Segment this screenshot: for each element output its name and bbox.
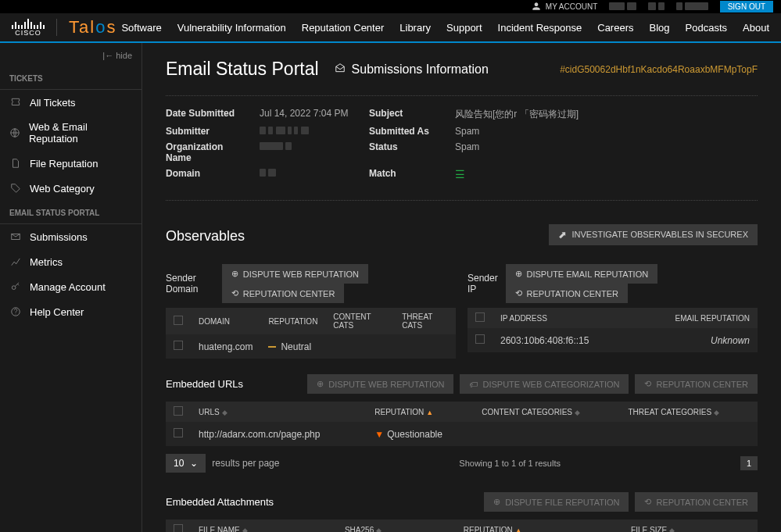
col-header[interactable]: FILE NAME◆ bbox=[191, 520, 337, 532]
sidebar-item-metrics[interactable]: Metrics bbox=[0, 249, 142, 274]
page-size-select[interactable]: 10⌄ bbox=[166, 454, 206, 473]
plus-icon: ⊕ bbox=[231, 269, 238, 279]
sort-icon: ◆ bbox=[222, 409, 227, 416]
sidebar-item-manage-account[interactable]: Manage Account bbox=[0, 274, 142, 299]
col-header[interactable]: FILE SIZE◆ bbox=[623, 520, 758, 532]
col-header[interactable]: REPUTATION▲ bbox=[367, 402, 474, 422]
sender-ip-table: IP ADDRESS EMAIL REPUTATION 2603:10b6:40… bbox=[468, 308, 758, 352]
checkbox[interactable] bbox=[174, 406, 183, 416]
sort-icon: ◆ bbox=[376, 527, 382, 533]
embedded-attachments-table: FILE NAME◆ SHA256◆ REPUTATION▲ FILE SIZE… bbox=[166, 520, 758, 532]
nav-careers[interactable]: Careers bbox=[597, 22, 633, 34]
submission-metadata: Date Submitted Jul 14, 2022 7:04 PM Subj… bbox=[166, 108, 758, 180]
neutral-indicator-icon bbox=[268, 346, 276, 348]
checkbox[interactable] bbox=[174, 316, 183, 325]
col-header[interactable]: THREAT CATEGORIES◆ bbox=[620, 402, 758, 422]
checkbox[interactable] bbox=[475, 334, 485, 344]
sidebar-item-web-category[interactable]: Web Category bbox=[0, 176, 142, 201]
observables-heading: Observables bbox=[166, 228, 245, 245]
rpp-label: results per page bbox=[212, 458, 279, 469]
table-row[interactable]: huateng.com Neutral bbox=[166, 334, 456, 359]
meta-label: Subject bbox=[369, 108, 439, 121]
meta-label: Domain bbox=[166, 168, 244, 180]
checkbox[interactable] bbox=[174, 428, 183, 437]
nav-incident[interactable]: Incident Response bbox=[498, 22, 582, 34]
checkbox[interactable] bbox=[174, 524, 183, 532]
reputation-center-button[interactable]: ⟲REPUTATION CENTER bbox=[506, 284, 629, 303]
sidebar-item-label: Web & Email Reputation bbox=[29, 121, 132, 145]
nav-blog[interactable]: Blog bbox=[650, 22, 670, 34]
nav-about[interactable]: About bbox=[743, 22, 769, 34]
sort-asc-icon: ▲ bbox=[426, 409, 433, 416]
meta-date: Jul 14, 2022 7:04 PM bbox=[260, 108, 353, 121]
dispute-email-reputation-button[interactable]: ⊕DISPUTE EMAIL REPUTATION bbox=[506, 264, 658, 284]
nav-vulnerability[interactable]: Vulnerability Information bbox=[177, 22, 286, 34]
nav-library[interactable]: Library bbox=[399, 22, 431, 34]
col-header[interactable]: DOMAIN bbox=[191, 308, 260, 334]
col-header[interactable]: IP ADDRESS bbox=[493, 308, 635, 328]
nav-software[interactable]: Software bbox=[121, 22, 161, 34]
reputation-cell: Neutral bbox=[260, 334, 325, 359]
dispute-web-reputation-button[interactable]: ⊕DISPUTE WEB REPUTATION bbox=[307, 374, 453, 394]
sidebar-item-label: File Reputation bbox=[30, 158, 98, 170]
table-row[interactable]: 2603:10b6:408:f6::15 Unknown bbox=[468, 328, 758, 352]
main-content: Email Status Portal Submissions Informat… bbox=[142, 43, 781, 532]
sidebar-item-help-center[interactable]: Help Center bbox=[0, 299, 142, 324]
col-header[interactable]: CONTENT CATS bbox=[325, 308, 394, 334]
col-header[interactable]: REPUTATION bbox=[260, 308, 325, 334]
ip-cell: 2603:10b6:408:f6::15 bbox=[493, 328, 635, 352]
hide-sidebar-button[interactable]: |← hide bbox=[0, 51, 142, 66]
open-external-icon: ⬈ bbox=[558, 229, 567, 241]
reputation-cell: Unknown bbox=[635, 328, 758, 352]
nav-support[interactable]: Support bbox=[446, 22, 482, 34]
nav-podcasts[interactable]: Podcasts bbox=[686, 22, 727, 34]
domain-cell: huateng.com bbox=[191, 334, 260, 359]
sidebar-item-label: All Tickets bbox=[30, 97, 76, 109]
sidebar-item-submissions[interactable]: Submissions bbox=[0, 224, 142, 249]
sidebar-item-file-rep[interactable]: File Reputation bbox=[0, 151, 142, 176]
sidebar-item-web-email-rep[interactable]: Web & Email Reputation bbox=[0, 115, 142, 151]
meta-submitter bbox=[260, 126, 353, 137]
table-row[interactable]: http://adarx.com.cn/page.php ▼Questionab… bbox=[166, 422, 758, 446]
col-header[interactable]: CONTENT CATEGORIES◆ bbox=[474, 402, 620, 422]
meta-label: Organization Name bbox=[166, 141, 244, 163]
col-header[interactable]: URLS◆ bbox=[191, 402, 367, 422]
reputation-center-button[interactable]: ⟲REPUTATION CENTER bbox=[635, 374, 758, 394]
page-subtitle: Submissions Information bbox=[335, 62, 489, 77]
page-number[interactable]: 1 bbox=[740, 456, 758, 470]
sort-icon: ◆ bbox=[714, 409, 719, 416]
help-icon bbox=[9, 305, 22, 318]
reputation-center-button[interactable]: ⟲REPUTATION CENTER bbox=[222, 284, 345, 303]
plus-icon: ⊕ bbox=[515, 269, 522, 279]
checkbox[interactable] bbox=[475, 312, 485, 322]
sidebar-item-all-tickets[interactable]: All Tickets bbox=[0, 90, 142, 115]
dispute-file-reputation-button[interactable]: ⊕DISPUTE FILE REPUTATION bbox=[484, 492, 629, 512]
page-title: Email Status Portal bbox=[166, 59, 319, 80]
reputation-center-button[interactable]: ⟲REPUTATION CENTER bbox=[635, 492, 758, 512]
tag-icon: 🏷 bbox=[469, 380, 478, 389]
sort-icon: ◆ bbox=[575, 409, 580, 416]
submission-hash: cidG50062dHbf1nKacdo64RoaaxbMFMpTopF bbox=[560, 64, 758, 75]
meta-label: Match bbox=[369, 168, 439, 180]
meta-match: ☰ bbox=[455, 168, 758, 180]
account-redacted-3 bbox=[676, 2, 708, 12]
col-header[interactable]: SHA256◆ bbox=[337, 520, 456, 532]
svg-point-2 bbox=[12, 286, 16, 290]
questionable-indicator-icon: ▼ bbox=[374, 429, 384, 440]
dispute-web-reputation-button[interactable]: ⊕DISPUTE WEB REPUTATION bbox=[222, 264, 368, 284]
col-header[interactable]: THREAT CATS bbox=[394, 308, 456, 334]
dispute-web-categorization-button[interactable]: 🏷DISPUTE WEB CATEGORIZATION bbox=[460, 374, 629, 394]
nav-reputation[interactable]: Reputation Center bbox=[302, 22, 385, 34]
meta-org bbox=[260, 141, 353, 163]
talos-logo: Talos bbox=[69, 17, 116, 37]
col-header[interactable]: REPUTATION▲ bbox=[456, 520, 623, 532]
investigate-securex-button[interactable]: ⬈ INVESTIGATE OBSERVABLES IN SECUREX bbox=[549, 224, 758, 245]
signout-button[interactable]: SIGN OUT bbox=[720, 1, 773, 12]
tag-icon bbox=[9, 182, 22, 195]
main-nav-bar: CISCO Talos Software Vulnerability Infor… bbox=[0, 13, 781, 43]
key-icon bbox=[9, 280, 22, 293]
cisco-logo: CISCO bbox=[12, 18, 45, 37]
checkbox[interactable] bbox=[174, 341, 183, 350]
col-header[interactable]: EMAIL REPUTATION bbox=[635, 308, 758, 328]
my-account-link[interactable]: MY ACCOUNT bbox=[531, 1, 598, 13]
